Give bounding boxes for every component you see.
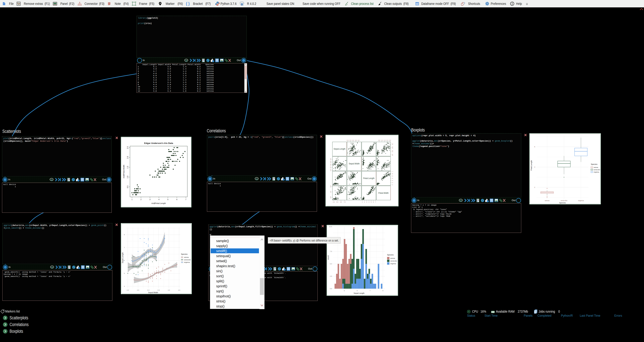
svg-text:Sepal.Length: Sepal.Length	[122, 252, 124, 263]
svg-text:3: 3	[392, 180, 393, 181]
svg-text:Petal.Width: Petal.Width	[378, 192, 388, 194]
svg-text:setosa: setosa	[390, 257, 395, 259]
svg-text:R: R	[51, 266, 53, 269]
svg-text:iris$Petal.Length: iris$Petal.Length	[152, 202, 166, 204]
svg-text:iris$Petal.Width: iris$Petal.Width	[123, 165, 125, 178]
svg-text:setosa: setosa	[594, 166, 598, 168]
svg-text:Sepal.Length: Sepal.Length	[334, 148, 346, 150]
svg-text:2.0: 2.0	[347, 140, 349, 141]
svg-text:6.5: 6.5	[392, 146, 393, 148]
svg-text:versicolor: versicolor	[184, 259, 191, 261]
svg-text:4.5: 4.5	[333, 201, 335, 203]
svg-text:12.5: 12.5	[329, 226, 332, 228]
svg-text:versicolor: versicolor	[561, 200, 568, 202]
svg-text:5.5: 5.5	[392, 150, 393, 152]
svg-text:7: 7	[392, 171, 393, 172]
svg-text:2.0: 2.0	[330, 169, 332, 171]
svg-text:4.5: 4.5	[178, 289, 180, 291]
svg-text:2.5: 2.5	[350, 140, 352, 141]
svg-text:Species: Species	[559, 202, 566, 204]
svg-text:2.5: 2.5	[126, 146, 129, 149]
svg-text:virginica: virginica	[594, 171, 599, 173]
svg-text:2.0: 2.0	[126, 289, 129, 291]
svg-text:5: 5	[392, 176, 393, 176]
svg-text:3: 3	[366, 201, 367, 203]
svg-text:versicolor: versicolor	[390, 260, 397, 262]
svg-text:7: 7	[124, 246, 125, 248]
svg-text:Petal.Length: Petal.Length	[530, 160, 532, 170]
svg-text:virginica: virginica	[184, 261, 190, 263]
svg-text:Species: Species	[181, 253, 188, 255]
svg-text:6: 6	[534, 146, 535, 148]
svg-text:2.0: 2.0	[126, 156, 129, 159]
svg-text:1: 1	[132, 198, 132, 200]
svg-text:2: 2	[140, 198, 142, 200]
svg-text:8: 8	[124, 234, 125, 236]
svg-text:Sepal.Length: Sepal.Length	[354, 292, 364, 294]
svg-text:Sepal.Width: Sepal.Width	[349, 162, 360, 165]
svg-text:R: R	[51, 179, 53, 182]
svg-text:7: 7	[375, 201, 376, 203]
svg-text:0.5: 0.5	[126, 186, 129, 188]
svg-text:5: 5	[167, 198, 168, 200]
svg-text:count: count	[327, 256, 329, 260]
svg-text:4.0: 4.0	[168, 289, 170, 291]
svg-text:2: 2	[392, 182, 393, 183]
svg-text:Petal.Length: Petal.Length	[363, 177, 374, 180]
svg-text:8: 8	[382, 290, 383, 292]
svg-text:4: 4	[158, 198, 159, 200]
svg-text:7: 7	[370, 290, 370, 292]
svg-text:0.0: 0.0	[330, 288, 332, 290]
svg-text:2.0: 2.0	[386, 140, 388, 141]
svg-text:2.5: 2.5	[137, 289, 139, 291]
svg-text:6: 6	[124, 260, 125, 261]
svg-text:R: R	[186, 60, 188, 62]
svg-text:Species: Species	[387, 254, 394, 256]
svg-text:5.0: 5.0	[330, 263, 332, 265]
svg-text:2.5: 2.5	[330, 275, 332, 277]
svg-text:virginica: virginica	[578, 200, 584, 202]
svg-text:7.5: 7.5	[392, 143, 393, 145]
svg-text:7: 7	[185, 198, 186, 200]
svg-text:0.5: 0.5	[378, 140, 380, 141]
svg-text:5: 5	[344, 290, 345, 292]
svg-text:1.0: 1.0	[126, 176, 129, 178]
svg-text:1.5: 1.5	[126, 166, 129, 168]
svg-text:3.0: 3.0	[352, 140, 354, 141]
svg-text:2.5: 2.5	[389, 140, 391, 141]
svg-text:6: 6	[392, 174, 393, 174]
svg-text:4: 4	[392, 178, 393, 179]
svg-text:3.5: 3.5	[158, 289, 160, 291]
svg-text:4.0: 4.0	[330, 158, 332, 160]
svg-text:setosa: setosa	[184, 256, 189, 258]
svg-text:1.0: 1.0	[381, 140, 383, 141]
svg-text:5: 5	[371, 201, 372, 203]
svg-text:5.5: 5.5	[336, 201, 338, 203]
svg-text:2: 2	[364, 201, 365, 203]
svg-text:R: R	[460, 200, 462, 202]
svg-text:6: 6	[176, 198, 177, 200]
svg-text:6.5: 6.5	[340, 201, 342, 203]
svg-text:1: 1	[362, 201, 363, 203]
svg-text:4: 4	[534, 166, 535, 168]
svg-text:4.5: 4.5	[392, 154, 393, 156]
svg-text:R: R	[256, 178, 258, 181]
svg-text:7.5: 7.5	[344, 201, 346, 203]
svg-text:versicolor: versicolor	[594, 169, 600, 170]
svg-text:4: 4	[368, 201, 370, 203]
svg-text:setosa: setosa	[545, 200, 550, 202]
svg-text:5: 5	[124, 272, 125, 274]
svg-text:3.5: 3.5	[355, 140, 357, 141]
svg-text:1.5: 1.5	[330, 191, 332, 193]
svg-text:Edgar Anderson's Iris Data: Edgar Anderson's Iris Data	[144, 142, 173, 144]
svg-text:4.0: 4.0	[358, 140, 360, 141]
svg-text:2: 2	[534, 186, 535, 188]
svg-text:3.5: 3.5	[330, 161, 332, 163]
svg-text:7.5: 7.5	[330, 250, 332, 252]
svg-text:3.0: 3.0	[147, 289, 150, 291]
svg-text:1.5: 1.5	[384, 140, 386, 141]
svg-text:6: 6	[373, 201, 374, 203]
svg-text:virginica: virginica	[390, 263, 396, 264]
svg-text:Species: Species	[591, 163, 598, 165]
svg-text:6: 6	[357, 290, 358, 292]
